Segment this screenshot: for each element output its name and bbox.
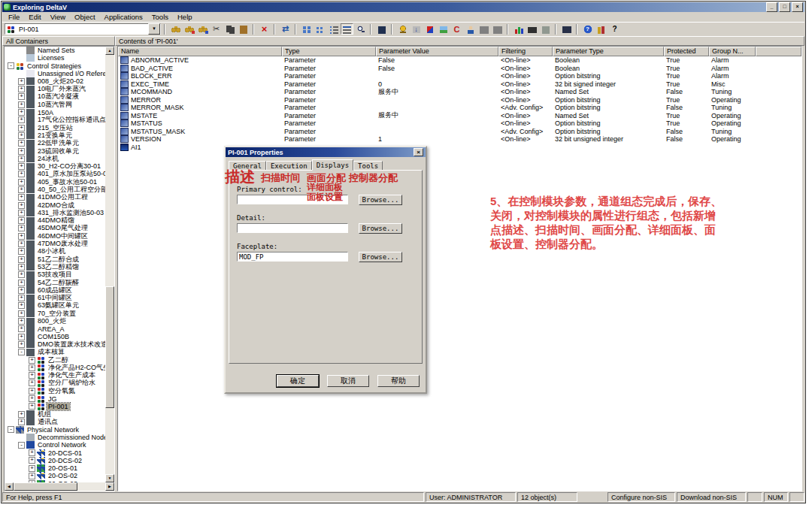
download-icon[interactable]: ↓ [410, 23, 423, 35]
tree-expander-icon[interactable]: + [18, 411, 25, 418]
dialog-button-取消[interactable]: 取消 [327, 375, 369, 387]
tree-expander-icon[interactable]: + [18, 287, 25, 294]
import-export-icon[interactable]: ⇄ [279, 23, 292, 35]
column-header-protected[interactable]: Protected [664, 47, 709, 56]
history-collection-icon[interactable]: C [450, 23, 463, 35]
tree-expander-icon[interactable]: + [29, 372, 35, 379]
tree-expander-icon[interactable]: + [18, 186, 25, 193]
tree-expander-icon[interactable]: + [18, 318, 25, 325]
tree-expander-icon[interactable]: - [8, 62, 14, 69]
filter-view-icon[interactable] [354, 23, 367, 35]
tree-expander-icon[interactable]: + [18, 256, 25, 263]
tree-expander-icon[interactable]: + [18, 210, 25, 216]
find-objects-icon[interactable] [169, 23, 182, 35]
table-row[interactable]: MERRORParameter<On-line>Option bitstring… [118, 96, 801, 104]
tree-expander-icon[interactable]: + [18, 171, 25, 177]
tree-item[interactable]: +JG [5, 395, 105, 402]
tree-expander-icon[interactable]: + [18, 132, 25, 139]
tree-expander-icon[interactable]: + [18, 248, 25, 255]
tree-expander-icon[interactable]: + [18, 419, 25, 425]
tree-expander-icon[interactable]: + [18, 86, 25, 92]
tree-expander-icon[interactable]: + [18, 264, 25, 271]
table-row[interactable]: AI1 [118, 144, 801, 152]
tree-expander-icon[interactable]: + [18, 295, 25, 301]
dialog-button-帮助[interactable]: 帮助 [377, 375, 420, 387]
tree-horizontal-scrollbar[interactable]: ◀ ▶ [5, 482, 114, 491]
delete-icon[interactable]: × [258, 23, 271, 35]
table-row[interactable]: ABNORM_ACTIVEParameterFalse<On-line>Bool… [118, 56, 801, 65]
device-icon[interactable] [539, 23, 552, 35]
tree-item[interactable]: +通讯点 [5, 418, 105, 425]
tree-item[interactable]: +20-DCS-02 [5, 457, 105, 464]
scroll-left-button[interactable]: ◀ [5, 482, 14, 491]
field-input[interactable] [237, 223, 348, 233]
menu-item-view[interactable]: View [46, 13, 70, 21]
tab-displays[interactable]: Displays [312, 159, 353, 171]
tree-expander-icon[interactable]: + [18, 202, 25, 209]
browse-button[interactable]: Browse... [359, 195, 402, 205]
find-next-icon[interactable] [183, 23, 195, 35]
tree-expander-icon[interactable]: - [18, 442, 25, 449]
tree-expander-icon[interactable]: + [29, 449, 35, 456]
tree-expander-icon[interactable]: + [18, 310, 25, 317]
table-row[interactable]: BLOCK_ERRParameter<On-line>Option bitstr… [118, 72, 801, 80]
tree-expander-icon[interactable]: + [18, 334, 25, 340]
details-view-icon[interactable] [341, 23, 353, 35]
column-header-name[interactable]: Name [118, 47, 282, 56]
scrollbar-thumb[interactable] [14, 482, 77, 491]
recipe-table-icon[interactable] [491, 23, 504, 35]
tree-expander-icon[interactable]: + [29, 403, 35, 410]
tree-item[interactable]: +10蒸汽管网 [5, 101, 105, 108]
scroll-down-button[interactable]: ▼ [105, 474, 114, 482]
menu-item-help[interactable]: Help [173, 13, 197, 21]
title-bar[interactable]: Exploring DeltaV _□× [2, 2, 804, 12]
context-help-icon[interactable]: ? [608, 23, 621, 35]
tree-expander-icon[interactable]: - [18, 349, 25, 355]
small-icons-view-icon[interactable] [314, 23, 326, 35]
dialog-close-icon[interactable]: × [414, 148, 423, 156]
tree-vertical-scrollbar[interactable]: ▲ ▼ [105, 47, 114, 482]
browse-button[interactable]: Browse... [359, 252, 402, 262]
paste-icon[interactable] [237, 23, 250, 35]
table-row[interactable]: MSTATUS_MASKParameter<Adv. Config>Option… [118, 128, 801, 136]
tree-expander-icon[interactable]: + [18, 109, 25, 116]
copy-icon[interactable] [223, 23, 236, 35]
browse-button[interactable]: Browse... [359, 223, 402, 234]
tree-item[interactable]: +20-OS-02 [5, 472, 105, 479]
tree-expander-icon[interactable]: + [29, 473, 35, 479]
table-row[interactable]: VERSIONParameter1<On-line>32 bit unsigne… [118, 135, 801, 144]
menu-item-edit[interactable]: Edit [24, 13, 45, 21]
menu-item-tools[interactable]: Tools [147, 13, 173, 21]
tree-expander-icon[interactable]: + [18, 302, 25, 309]
help-icon[interactable]: ? [581, 23, 594, 35]
tree-expander-icon[interactable]: + [18, 280, 25, 286]
tree-expander-icon[interactable]: + [18, 101, 25, 108]
tree-expander-icon[interactable]: + [18, 163, 25, 170]
column-header-parameter-value[interactable]: Parameter Value [376, 47, 498, 56]
field-input[interactable] [237, 252, 348, 262]
tree-expander-icon[interactable]: + [18, 325, 25, 332]
tree-expander-icon[interactable]: + [18, 240, 25, 247]
tree-expander-icon[interactable]: + [18, 116, 25, 123]
operator-icon[interactable] [464, 23, 477, 35]
alarm-bell-icon[interactable] [396, 23, 409, 35]
tree-expander-icon[interactable]: + [18, 179, 25, 186]
tune-chart-icon[interactable] [512, 23, 525, 35]
scrollbar-thumb[interactable] [105, 286, 114, 408]
tree-item[interactable]: +AREA_A [5, 325, 105, 333]
tree-expander-icon[interactable]: + [18, 125, 25, 132]
menu-item-file[interactable]: File [4, 13, 24, 21]
tree-item[interactable]: +20-OS-01 [5, 464, 105, 472]
tree-expander-icon[interactable]: + [29, 457, 35, 464]
tree-expander-icon[interactable]: + [18, 93, 25, 100]
tree-item[interactable]: -Control Network [5, 441, 105, 449]
column-header-group-n-[interactable]: Group N... [709, 47, 756, 56]
table-row[interactable]: MCOMMANDParameter服务中<On-line>Named SetFa… [118, 88, 801, 96]
console-icon[interactable] [560, 23, 573, 35]
tree-expander-icon[interactable]: + [18, 271, 25, 278]
tree-expander-icon[interactable]: + [29, 364, 35, 371]
tree-expander-icon[interactable]: + [18, 194, 25, 201]
table-row[interactable]: MSTATUSParameter<On-line>Option bitstrin… [118, 119, 801, 128]
user-manager-icon[interactable] [375, 23, 388, 35]
tree-expander-icon[interactable]: + [18, 233, 25, 240]
